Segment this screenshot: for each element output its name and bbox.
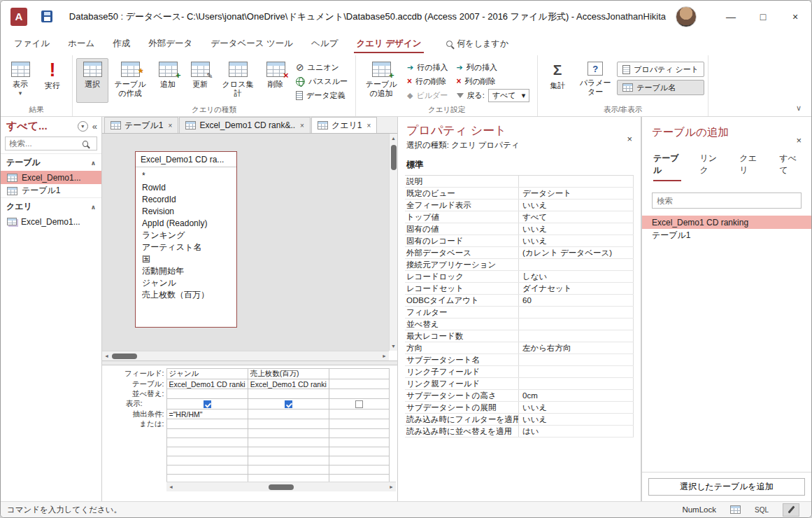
ribbon-tab[interactable]: 作成 bbox=[104, 32, 139, 55]
property-value[interactable]: いいえ bbox=[519, 235, 634, 246]
scrollbar-thumb[interactable] bbox=[391, 145, 397, 170]
property-value[interactable] bbox=[519, 378, 634, 389]
select-query-button[interactable]: 選択 bbox=[76, 58, 108, 103]
property-value[interactable]: いいえ bbox=[519, 223, 634, 234]
nav-item-query[interactable]: Excel_Demo1... bbox=[1, 215, 101, 228]
property-value[interactable]: ダイナセット bbox=[519, 283, 634, 294]
grid-cell-sort[interactable] bbox=[166, 389, 248, 399]
data-definition-button[interactable]: データ定義 bbox=[292, 88, 352, 102]
ribbon-tab[interactable]: データベース ツール bbox=[201, 32, 302, 55]
sql-view-icon[interactable]: SQL bbox=[755, 506, 769, 514]
field-list-item[interactable]: 売上枚数（百万） bbox=[142, 289, 230, 301]
close-icon[interactable]: × bbox=[169, 122, 173, 130]
table-search-input[interactable] bbox=[657, 197, 797, 205]
field-list-item[interactable]: 国 bbox=[142, 253, 230, 265]
property-value[interactable]: (カレント データベース) bbox=[519, 247, 634, 258]
collapse-ribbon-icon[interactable]: ∨ bbox=[796, 104, 802, 113]
avatar[interactable] bbox=[676, 6, 697, 27]
show-checkbox[interactable] bbox=[355, 400, 363, 408]
delete-rows-button[interactable]: × 行の削除 bbox=[403, 74, 452, 88]
table-list-item[interactable]: Excel_Demo1 CD ranking bbox=[642, 216, 811, 229]
delete-columns-button[interactable]: × 列の削除 bbox=[453, 74, 534, 88]
union-button[interactable]: ⊘ ユニオン bbox=[292, 60, 352, 74]
close-icon[interactable]: × bbox=[796, 135, 802, 146]
property-value[interactable]: はい bbox=[519, 426, 634, 437]
add-selected-tables-button[interactable]: 選択したテーブルを追加 bbox=[648, 478, 805, 496]
grid-cell-empty[interactable] bbox=[248, 438, 329, 447]
nav-menu-chevron-icon[interactable]: ▾ bbox=[78, 121, 88, 132]
grid-cell-field[interactable] bbox=[329, 369, 389, 379]
scroll-down-icon[interactable]: ▼ bbox=[391, 342, 396, 351]
grid-cell-sort[interactable] bbox=[329, 389, 389, 399]
scroll-right-icon[interactable]: ► bbox=[389, 484, 394, 489]
property-value[interactable]: データシート bbox=[519, 188, 634, 199]
field-list-item[interactable]: AppId (Readonly) bbox=[142, 218, 230, 230]
account-name[interactable]: JonathanHikita bbox=[606, 11, 666, 22]
design-view-icon[interactable] bbox=[783, 503, 799, 517]
field-list-item[interactable]: ランキング bbox=[142, 230, 230, 241]
grid-cell-empty[interactable] bbox=[248, 456, 329, 465]
grid-cell-empty[interactable] bbox=[329, 429, 389, 438]
field-list-item[interactable]: アーティスト名 bbox=[142, 241, 230, 253]
nav-search-input[interactable] bbox=[9, 139, 83, 148]
property-value[interactable]: いいえ bbox=[519, 402, 634, 413]
ribbon-tab[interactable]: ヘルプ bbox=[302, 32, 347, 55]
close-button[interactable]: × bbox=[779, 1, 811, 32]
pane-splitter[interactable] bbox=[102, 360, 397, 365]
property-value[interactable] bbox=[519, 307, 634, 318]
add-tables-tab[interactable]: リンク bbox=[700, 153, 721, 181]
nav-section-queries[interactable]: クエリ ∧ bbox=[1, 197, 101, 215]
grid-cell-empty[interactable] bbox=[166, 456, 248, 465]
insert-rows-button[interactable]: ➔ 行の挿入 bbox=[403, 60, 452, 74]
ribbon-tab[interactable]: ホーム bbox=[59, 32, 104, 55]
crosstab-button[interactable]: クロス集計 bbox=[216, 58, 259, 103]
grid-cell-criteria[interactable] bbox=[329, 410, 389, 419]
grid-cell-empty[interactable] bbox=[166, 429, 248, 438]
view-button[interactable]: 表示 ▾ bbox=[4, 58, 36, 103]
nav-item-table[interactable]: テーブル1 bbox=[1, 184, 101, 197]
scroll-right-icon[interactable]: ► bbox=[382, 354, 387, 358]
update-button[interactable]: 更新 bbox=[184, 58, 216, 103]
make-table-button[interactable]: テーブルの作成 bbox=[108, 58, 152, 103]
grid-cell-empty[interactable] bbox=[329, 447, 389, 456]
add-tables-tab[interactable]: すべて bbox=[779, 153, 800, 181]
property-value[interactable] bbox=[519, 318, 634, 330]
property-value[interactable] bbox=[519, 259, 634, 270]
grid-cell-or[interactable] bbox=[166, 419, 248, 429]
datasheet-view-icon[interactable] bbox=[730, 505, 741, 514]
save-icon[interactable] bbox=[41, 10, 52, 22]
add-tables-tab[interactable]: テーブル bbox=[653, 153, 681, 181]
grid-cell-table[interactable]: Excel_Demo1 CD ranki bbox=[166, 379, 248, 389]
grid-cell-criteria[interactable] bbox=[248, 410, 329, 419]
delete-query-button[interactable]: 削除 bbox=[259, 58, 292, 103]
vertical-scrollbar[interactable]: ▲ ▼ bbox=[389, 134, 397, 351]
query-table-card[interactable]: Excel_Demo1 CD ra... * RowId RecordId Re… bbox=[135, 151, 237, 328]
grid-cell-table[interactable] bbox=[329, 379, 389, 389]
passthrough-button[interactable]: パススルー bbox=[292, 74, 352, 88]
field-list-item[interactable]: RecordId bbox=[142, 194, 230, 206]
field-list-item[interactable]: ジャンル bbox=[142, 277, 230, 289]
grid-cell-empty[interactable] bbox=[248, 465, 329, 475]
shutter-bar-collapse-icon[interactable]: « bbox=[92, 121, 97, 132]
grid-cell-empty[interactable] bbox=[329, 456, 389, 465]
grid-cell-sort[interactable] bbox=[248, 389, 329, 399]
nav-section-tables[interactable]: テーブル ∧ bbox=[1, 153, 101, 171]
close-icon[interactable]: × bbox=[366, 122, 371, 130]
scroll-left-icon[interactable]: ◄ bbox=[104, 354, 109, 358]
close-icon[interactable]: × bbox=[627, 134, 632, 144]
show-checkbox[interactable] bbox=[204, 400, 211, 408]
tell-me-search[interactable]: 何をしますか bbox=[446, 32, 508, 55]
property-value[interactable]: 60 bbox=[519, 295, 634, 306]
field-list-item[interactable]: RowId bbox=[142, 182, 230, 194]
scrollbar-thumb[interactable] bbox=[269, 484, 294, 490]
grid-horizontal-scrollbar[interactable]: ◄ ► bbox=[166, 482, 396, 491]
minimize-button[interactable]: — bbox=[715, 1, 747, 32]
grid-cell-empty[interactable] bbox=[166, 438, 248, 447]
parameters-button[interactable]: ? パラメーター bbox=[574, 58, 617, 103]
property-value[interactable] bbox=[519, 354, 634, 365]
property-value[interactable] bbox=[519, 366, 634, 377]
return-combobox[interactable]: すべて ▾ bbox=[488, 89, 529, 102]
property-value[interactable] bbox=[519, 330, 634, 342]
document-tab[interactable]: Excel_Demo1 CD rank&.. × bbox=[179, 117, 311, 133]
grid-cell-field[interactable]: ジャンル bbox=[166, 369, 248, 379]
